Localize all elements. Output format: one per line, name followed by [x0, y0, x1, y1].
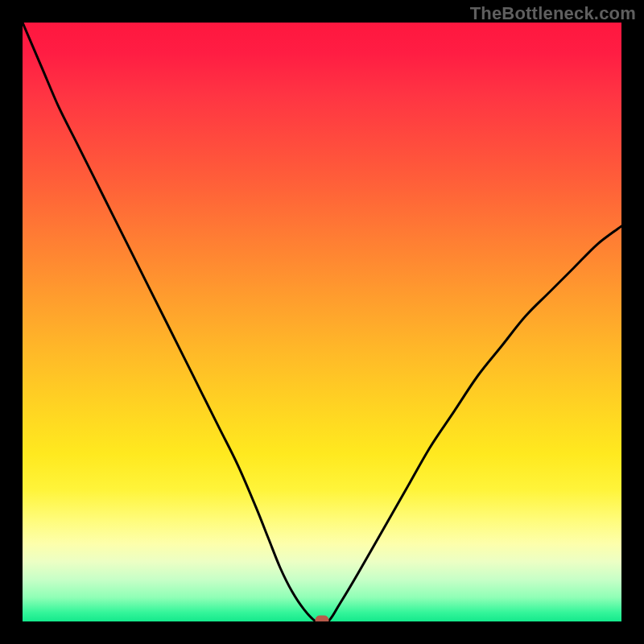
plot-area	[23, 23, 621, 621]
chart-svg	[23, 23, 621, 621]
min-marker	[316, 616, 328, 621]
watermark-text: TheBottleneck.com	[470, 3, 636, 24]
chart-frame: TheBottleneck.com	[0, 0, 644, 644]
bottleneck-curve-path	[23, 23, 621, 621]
